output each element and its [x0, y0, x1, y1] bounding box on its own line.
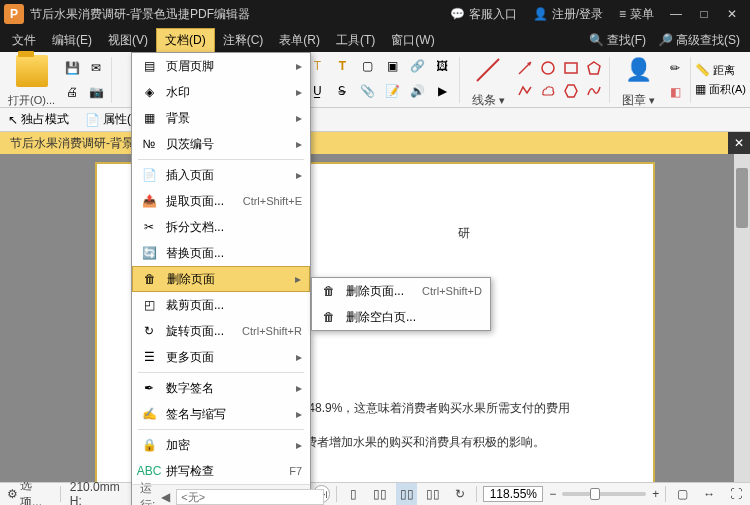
text-tools-grid: T T ▢ ▣ 🔗 🖼 U̲ S̶ 📎 📝 🔊 ▶	[306, 55, 455, 104]
layout-facing-button[interactable]: ▯▯	[396, 483, 417, 505]
polyline-button[interactable]	[514, 80, 536, 102]
menu-spellcheck[interactable]: ABC拼写检查F7	[132, 458, 310, 484]
menu-watermark[interactable]: ◈水印▸	[132, 79, 310, 105]
insert-page-icon: 📄	[140, 166, 158, 184]
run-command-input[interactable]	[176, 489, 324, 505]
save-button[interactable]: 💾	[61, 57, 83, 79]
search-adv-icon: 🔎	[658, 33, 673, 47]
zoom-slider-handle[interactable]	[590, 488, 600, 500]
svg-marker-5	[588, 62, 600, 74]
folder-open-icon	[16, 55, 48, 87]
submenu-delete-pages[interactable]: 🗑删除页面...Ctrl+Shift+D	[312, 278, 490, 304]
main-menu-button[interactable]: ≡菜单	[611, 0, 662, 28]
minimize-button[interactable]: —	[662, 0, 690, 28]
polygon-button[interactable]	[583, 57, 605, 79]
text-box-button[interactable]: ▢	[356, 55, 378, 77]
service-link[interactable]: 💬客服入口	[442, 0, 525, 28]
fit-width-button[interactable]: ↔	[699, 483, 720, 505]
run-command-bar: 运行: ◀	[132, 484, 310, 505]
spell-icon: ABC	[140, 462, 158, 480]
menu-extract-page[interactable]: 📤提取页面...Ctrl+Shift+E	[132, 188, 310, 214]
menu-background[interactable]: ▦背景▸	[132, 105, 310, 131]
circle-button[interactable]	[537, 57, 559, 79]
freehand-button[interactable]	[583, 80, 605, 102]
layout-book-button[interactable]: ▯▯	[423, 483, 444, 505]
lock-icon: 🔒	[140, 436, 158, 454]
menu-crop-page[interactable]: ◰裁剪页面...	[132, 292, 310, 318]
menu-bates[interactable]: №贝茨编号▸	[132, 131, 310, 157]
menu-form[interactable]: 表单(R)	[271, 29, 328, 52]
layout-single-button[interactable]: ▯	[343, 483, 364, 505]
stamp-icon: 👤	[625, 57, 652, 83]
scan-button[interactable]: 📷	[85, 81, 107, 103]
watermark-icon: ◈	[140, 83, 158, 101]
arrow-button[interactable]	[514, 57, 536, 79]
vertical-scrollbar[interactable]	[734, 154, 750, 482]
tab-close-button[interactable]: ✕	[728, 132, 750, 154]
menu-insert-page[interactable]: 📄插入页面▸	[132, 162, 310, 188]
pencil-button[interactable]: ✏	[664, 57, 686, 79]
menu-file[interactable]: 文件	[4, 29, 44, 52]
menu-more-pages[interactable]: ☰更多页面▸	[132, 344, 310, 370]
sound-button[interactable]: 🔊	[406, 80, 428, 102]
menu-header-footer[interactable]: ▤页眉页脚▸	[132, 53, 310, 79]
video-button[interactable]: ▶	[431, 80, 453, 102]
rotate-view-button[interactable]: ↻	[450, 483, 471, 505]
login-link[interactable]: 👤注册/登录	[525, 0, 611, 28]
submenu-delete-blank[interactable]: 🗑删除空白页...	[312, 304, 490, 330]
background-icon: ▦	[140, 109, 158, 127]
cloud-button[interactable]	[537, 80, 559, 102]
run-back-button[interactable]: ◀	[161, 490, 170, 504]
menu-tools[interactable]: 工具(T)	[328, 29, 383, 52]
note-button[interactable]: 📝	[381, 80, 403, 102]
advanced-find-button[interactable]: 🔎高级查找(S)	[652, 29, 746, 52]
zoom-out-button[interactable]: −	[549, 487, 556, 501]
menu-sign[interactable]: ✒数字签名▸	[132, 375, 310, 401]
svg-line-0	[477, 59, 499, 81]
zoom-slider[interactable]	[562, 492, 646, 496]
fit-actual-button[interactable]: ▢	[672, 483, 693, 505]
find-button[interactable]: 🔍查找(F)	[583, 29, 652, 52]
email-button[interactable]: ✉	[85, 57, 107, 79]
close-button[interactable]: ✕	[718, 0, 746, 28]
menu-delete-page[interactable]: 🗑删除页面▸	[132, 266, 310, 292]
menu-encrypt[interactable]: 🔒加密▸	[132, 432, 310, 458]
open-button[interactable]	[12, 51, 52, 91]
titlebar: P 节后水果消费调研-背景色迅捷PDF编辑器 💬客服入口 👤注册/登录 ≡菜单 …	[0, 0, 750, 28]
document-tabbar: 节后水果消费调研-背景色 ✕	[0, 132, 750, 154]
add-image-button[interactable]: 🖼	[431, 55, 453, 77]
maximize-button[interactable]: □	[690, 0, 718, 28]
lines-dropdown[interactable]	[468, 50, 508, 90]
menu-annotate[interactable]: 注释(C)	[215, 29, 272, 52]
cursor-icon: ↖	[8, 113, 18, 127]
shape-tools-grid	[514, 57, 605, 102]
textbox2-button[interactable]: ▣	[381, 55, 403, 77]
menu-split-doc[interactable]: ✂拆分文档...	[132, 214, 310, 240]
menu-document[interactable]: 文档(D)	[156, 28, 215, 53]
menu-view[interactable]: 视图(V)	[100, 29, 156, 52]
menu-replace-page[interactable]: 🔄替换页面...	[132, 240, 310, 266]
hexagon-button[interactable]	[560, 80, 582, 102]
rect-button[interactable]	[560, 57, 582, 79]
menu-rotate-page[interactable]: ↻旋转页面...Ctrl+Shift+R	[132, 318, 310, 344]
menu-edit[interactable]: 编辑(E)	[44, 29, 100, 52]
stamp-dropdown[interactable]: 👤	[618, 50, 658, 90]
fit-page-button[interactable]: ⛶	[725, 483, 746, 505]
attach-button[interactable]: 📎	[356, 80, 378, 102]
print-button[interactable]: 🖨	[61, 81, 83, 103]
link-button[interactable]: 🔗	[406, 55, 428, 77]
scroll-thumb[interactable]	[736, 168, 748, 228]
layout-cont-button[interactable]: ▯▯	[370, 483, 391, 505]
strikeout-button[interactable]: S̶	[331, 80, 353, 102]
zoom-input[interactable]	[483, 486, 543, 502]
area-tool[interactable]: ▦面积(A)	[695, 82, 746, 97]
exclusive-mode-button[interactable]: ↖独占模式	[4, 109, 73, 130]
distance-tool[interactable]: 📏距离	[695, 63, 746, 78]
menu-window[interactable]: 窗口(W)	[383, 29, 442, 52]
app-logo: P	[4, 4, 24, 24]
menu-sig-compress[interactable]: ✍签名与缩写▸	[132, 401, 310, 427]
text-bold-button[interactable]: T	[331, 55, 353, 77]
zoom-in-button[interactable]: +	[652, 487, 659, 501]
svg-point-3	[542, 62, 554, 74]
eraser-button[interactable]: ◧	[664, 81, 686, 103]
